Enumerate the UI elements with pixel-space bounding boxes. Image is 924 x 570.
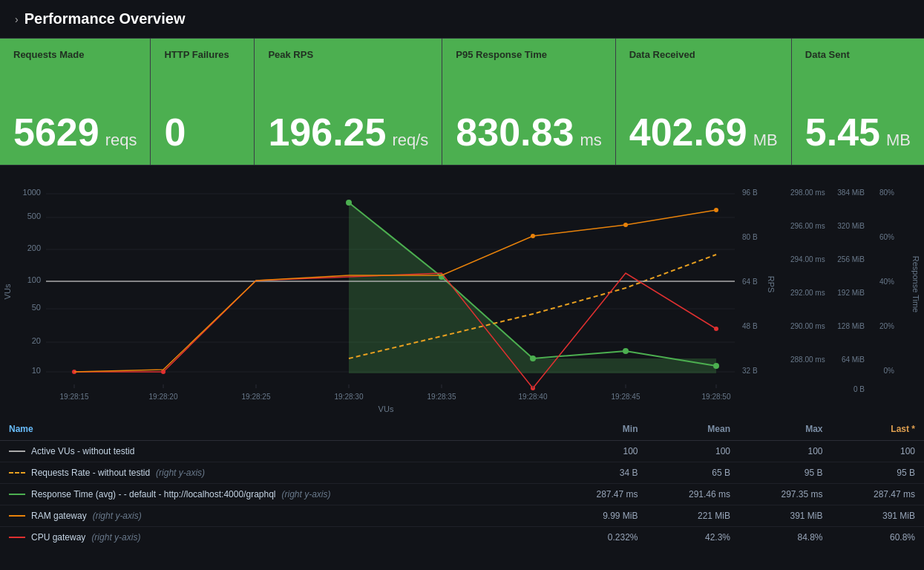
series-last: 100	[832, 441, 925, 462]
svg-text:VUs: VUs	[379, 404, 394, 413]
svg-text:48 B: 48 B	[742, 322, 758, 330]
svg-text:19:28:50: 19:28:50	[702, 393, 731, 401]
metric-number: 5629	[13, 113, 99, 151]
series-name-cell: CPU gateway (right y-axis)	[0, 527, 554, 548]
series-mean: 221 MiB	[647, 505, 740, 527]
series-last: 95 B	[832, 462, 925, 484]
metric-card-1: HTTP Failures 0	[151, 39, 255, 165]
series-max: 297.35 ms	[739, 484, 832, 505]
legend-row: Response Time (avg) - - default - http:/…	[0, 484, 924, 505]
series-hint: (right y-axis)	[156, 468, 205, 478]
col-mean: Mean	[647, 418, 740, 441]
page-title: Performance Overview	[24, 10, 186, 27]
svg-text:384 MiB: 384 MiB	[837, 189, 865, 197]
svg-text:60%: 60%	[879, 233, 894, 241]
series-name: CPU gateway	[31, 532, 85, 543]
series-name: Response Time (avg) - - default - http:/…	[31, 489, 276, 499]
svg-text:0 B: 0 B	[853, 385, 865, 393]
metric-value: 830.83 ms	[456, 113, 601, 151]
series-mean: 42.3%	[647, 527, 740, 548]
svg-point-52	[530, 356, 536, 361]
series-name-cell: Active VUs - without testid	[0, 441, 554, 462]
metric-number: 402.69	[629, 113, 747, 151]
svg-text:19:28:15: 19:28:15	[60, 393, 89, 401]
svg-text:294.00 ms: 294.00 ms	[790, 255, 825, 263]
metric-card-4: Data Received 402.69 MB	[616, 39, 792, 165]
metric-label: HTTP Failures	[164, 49, 240, 60]
chart-area: 1000 500 200 100 50 20 10 VUs 96 B 80 B …	[0, 166, 924, 548]
legend-row: RAM gateway (right y-axis) 9.99 MiB 221 …	[0, 505, 924, 527]
svg-text:256 MiB: 256 MiB	[837, 255, 865, 263]
svg-text:128 MiB: 128 MiB	[837, 322, 865, 330]
series-mean: 291.46 ms	[647, 484, 740, 505]
svg-text:19:28:45: 19:28:45	[612, 393, 640, 401]
svg-point-56	[161, 370, 166, 374]
series-max: 84.8%	[739, 527, 832, 548]
svg-text:10: 10	[32, 366, 41, 375]
svg-text:RPS: RPS	[767, 276, 776, 293]
metric-value: 5.45 MB	[805, 113, 911, 151]
svg-text:1000: 1000	[23, 188, 41, 197]
metric-unit: reqs	[105, 132, 137, 148]
series-min: 0.232%	[554, 527, 647, 548]
svg-marker-49	[349, 203, 716, 373]
metric-label: Data Sent	[805, 49, 911, 60]
series-name: Active VUs - without testid	[31, 446, 134, 456]
series-name-cell: RAM gateway (right y-axis)	[0, 505, 554, 527]
col-max: Max	[739, 418, 832, 441]
svg-text:Response Time: Response Time	[911, 256, 920, 312]
metric-value: 0	[164, 113, 240, 151]
series-last: 287.47 ms	[832, 484, 925, 505]
metric-value: 5629 reqs	[13, 113, 137, 151]
metric-number: 0	[164, 113, 186, 151]
metric-unit: ms	[580, 132, 601, 148]
series-hint: (right y-axis)	[91, 532, 140, 543]
metric-card-0: Requests Made 5629 reqs	[0, 39, 151, 165]
svg-text:19:28:30: 19:28:30	[335, 393, 364, 401]
chart-svg: 1000 500 200 100 50 20 10 VUs 96 B 80 B …	[0, 166, 924, 418]
svg-text:19:28:25: 19:28:25	[242, 393, 271, 401]
svg-text:80%: 80%	[879, 189, 894, 197]
svg-text:200: 200	[27, 243, 41, 252]
series-max: 100	[739, 441, 832, 462]
svg-text:0%: 0%	[884, 367, 895, 375]
series-max: 95 B	[739, 462, 832, 484]
svg-point-54	[713, 363, 719, 369]
metric-label: P95 Response Time	[456, 49, 601, 60]
svg-text:40%: 40%	[879, 278, 894, 286]
metric-number: 5.45	[805, 113, 880, 151]
svg-point-58	[714, 327, 718, 331]
svg-text:80 B: 80 B	[742, 233, 758, 241]
svg-text:96 B: 96 B	[742, 189, 758, 197]
series-hint: (right y-axis)	[282, 489, 331, 499]
svg-point-59	[531, 234, 535, 238]
svg-text:64 MiB: 64 MiB	[842, 356, 865, 364]
chevron-icon: ›	[15, 13, 19, 25]
metric-card-5: Data Sent 5.45 MB	[792, 39, 924, 165]
metric-card-2: Peak RPS 196.25 req/s	[255, 39, 442, 165]
svg-point-53	[623, 348, 629, 354]
series-name-cell: Requests Rate - without testid (right y-…	[0, 462, 554, 484]
metrics-row: Requests Made 5629 reqs HTTP Failures 0 …	[0, 39, 924, 166]
svg-text:32 B: 32 B	[742, 367, 758, 375]
legend-row: Requests Rate - without testid (right y-…	[0, 462, 924, 484]
svg-point-60	[623, 223, 628, 227]
series-name: RAM gateway	[31, 511, 87, 521]
metric-label: Peak RPS	[268, 49, 428, 60]
metric-number: 196.25	[268, 113, 386, 151]
svg-text:20: 20	[32, 336, 41, 345]
metric-unit: MB	[886, 132, 911, 148]
svg-text:192 MiB: 192 MiB	[837, 289, 865, 297]
series-last: 60.8%	[832, 527, 925, 548]
metric-number: 830.83	[456, 113, 574, 151]
series-min: 34 B	[554, 462, 647, 484]
series-max: 391 MiB	[739, 505, 832, 527]
series-hint: (right y-axis)	[93, 511, 142, 521]
col-min: Min	[554, 418, 647, 441]
legend-row: CPU gateway (right y-axis) 0.232% 42.3% …	[0, 527, 924, 548]
series-mean: 100	[647, 441, 740, 462]
metric-unit: MB	[753, 132, 778, 148]
metric-value: 402.69 MB	[629, 113, 778, 151]
series-min: 287.47 ms	[554, 484, 647, 505]
svg-text:296.00 ms: 296.00 ms	[790, 222, 825, 230]
